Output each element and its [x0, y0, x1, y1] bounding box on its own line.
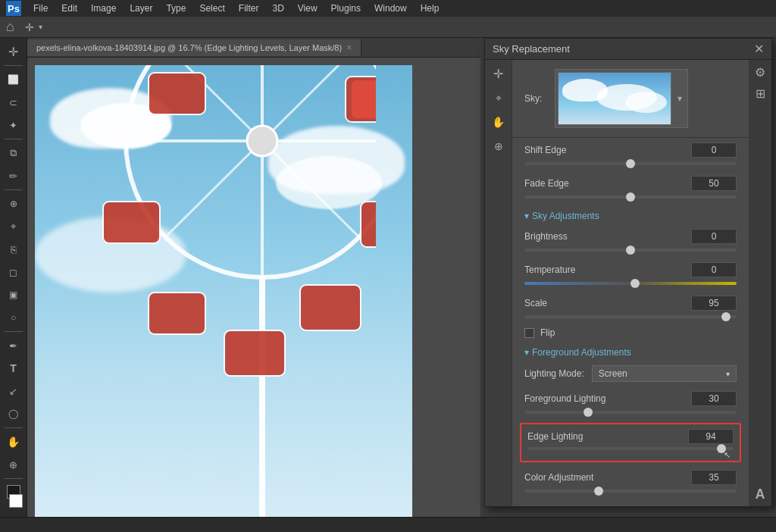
panel-bottom-icon: A [751, 485, 769, 503]
tool-gradient[interactable]: ▣ [3, 284, 24, 305]
foreground-lighting-input[interactable] [691, 391, 737, 406]
shift-edge-thumb[interactable] [626, 159, 635, 168]
color-adjustment-input[interactable] [691, 470, 737, 485]
edge-lighting-input[interactable] [688, 429, 734, 444]
fade-edge-input[interactable] [691, 176, 737, 191]
foreground-lighting-thumb[interactable] [584, 408, 593, 417]
tool-zoom[interactable]: ⊕ [3, 454, 24, 475]
tool-lasso[interactable]: ⊂ [3, 92, 24, 113]
shift-edge-input[interactable] [691, 142, 737, 158]
menu-select[interactable]: Select [193, 2, 230, 15]
menu-edit[interactable]: Edit [55, 2, 83, 15]
svg-point-5 [247, 126, 277, 156]
canvas-image [35, 65, 412, 517]
tool-eyedropper[interactable]: ✏ [3, 165, 24, 186]
brightness-thumb[interactable] [626, 246, 635, 255]
dialog-brush-icon[interactable]: ⌖ [488, 87, 509, 108]
brightness-input[interactable] [691, 229, 737, 244]
menu-3d[interactable]: 3D [266, 2, 289, 15]
brightness-label: Brightness [524, 231, 691, 242]
tool-clone[interactable]: ⎘ [3, 239, 24, 260]
dialog-scroll-area[interactable]: Shift Edge Fade Edge [512, 138, 749, 506]
foreground-adjustments-header[interactable]: ▾ Foreground Adjustments [512, 341, 749, 361]
dialog-left-icons: ✛ ⌖ ✋ ⊕ [485, 60, 512, 506]
sky-adjustments-header[interactable]: ▾ Sky Adjustments [512, 205, 749, 224]
fade-edge-row: Fade Edge [512, 171, 749, 192]
flip-checkbox[interactable] [524, 328, 534, 338]
menu-layer[interactable]: Layer [124, 2, 158, 15]
color-adjustment-slider[interactable] [524, 490, 737, 493]
dialog-move-icon[interactable]: ✛ [488, 63, 509, 84]
tool-magic-wand[interactable]: ✦ [3, 114, 24, 136]
dialog-hand-icon[interactable]: ✋ [488, 111, 509, 133]
sky-replacement-dialog: Sky Replacement ✕ ✛ ⌖ ✋ ⊕ Sky: [484, 38, 772, 507]
menu-plugins[interactable]: Plugins [325, 2, 367, 15]
fade-edge-slider[interactable] [524, 196, 737, 199]
tool-healing[interactable]: ⊕ [3, 193, 24, 214]
edge-lighting-cursor-area: ↖ [527, 450, 734, 456]
temperature-slider[interactable] [524, 282, 737, 285]
panel-scroll-icon[interactable]: ⚙ [751, 63, 769, 81]
menu-type[interactable]: Type [160, 2, 192, 15]
fade-edge-thumb[interactable] [626, 192, 635, 202]
brightness-slider[interactable] [524, 249, 737, 252]
svg-rect-11 [361, 202, 376, 247]
temperature-slider-row [512, 279, 749, 291]
scale-thumb[interactable] [721, 312, 731, 321]
foreground-title: Foreground Adjustments [532, 347, 631, 358]
color-adjustment-label: Color Adjustment [524, 472, 691, 483]
tool-separator-2 [5, 139, 23, 139]
tool-shape[interactable]: ◯ [3, 403, 24, 424]
shift-edge-slider[interactable] [524, 162, 737, 165]
scale-slider[interactable] [524, 315, 737, 318]
lighting-mode-label: Lighting Mode: [524, 368, 584, 379]
tab-close-button[interactable]: × [346, 42, 352, 53]
tool-hand[interactable]: ✋ [3, 431, 24, 452]
tool-crop[interactable]: ⧉ [3, 142, 24, 164]
svg-rect-16 [149, 293, 205, 334]
dialog-close-button[interactable]: ✕ [754, 42, 764, 56]
home-icon[interactable]: ⌂ [6, 19, 14, 35]
flip-row: Flip [512, 324, 749, 341]
sky-selector-dropdown[interactable]: ▾ [555, 69, 688, 128]
tool-brush[interactable]: ⌖ [3, 216, 24, 237]
canvas-container [27, 58, 480, 517]
dropdown-icon[interactable]: ▾ [39, 23, 42, 31]
lighting-mode-row: Lighting Mode: Screen ▾ [512, 361, 749, 386]
background-color[interactable] [9, 494, 23, 508]
temperature-thumb[interactable] [630, 279, 640, 288]
menu-filter[interactable]: Filter [233, 2, 265, 15]
color-adjustment-thumb[interactable] [594, 487, 603, 496]
brightness-row: Brightness [512, 224, 749, 246]
tool-marquee[interactable]: ⬜ [3, 69, 24, 90]
dialog-header[interactable]: Sky Replacement ✕ [485, 39, 771, 60]
color-swatches [5, 485, 23, 508]
scale-row: Scale [512, 291, 749, 312]
tool-move[interactable]: ✛ [3, 41, 24, 62]
dialog-content: Sky: ▾ [512, 60, 749, 506]
menu-file[interactable]: File [27, 2, 54, 15]
sky-field-label: Sky: [524, 93, 547, 104]
menu-help[interactable]: Help [415, 2, 446, 15]
panel-type-icon[interactable]: A [751, 485, 769, 503]
tool-dodge[interactable]: ○ [3, 307, 24, 328]
foreground-lighting-slider[interactable] [524, 411, 737, 414]
sky-adjustments-chevron: ▾ [524, 211, 529, 221]
menu-view[interactable]: View [292, 2, 324, 15]
dialog-zoom-icon[interactable]: ⊕ [488, 136, 509, 157]
document-tab[interactable]: pexels-elina-volkova-18403914.jpg @ 16.7… [27, 39, 361, 56]
shift-edge-label: Shift Edge [524, 145, 691, 155]
scale-input[interactable] [691, 296, 737, 311]
temperature-input[interactable] [691, 262, 737, 277]
tool-eraser[interactable]: ◻ [3, 261, 24, 283]
tool-pen[interactable]: ✒ [3, 335, 24, 356]
tool-path-select[interactable]: ↙ [3, 380, 24, 402]
lighting-mode-dropdown[interactable]: Screen ▾ [592, 365, 737, 382]
svg-rect-13 [224, 330, 285, 376]
shift-edge-row: Shift Edge [512, 138, 749, 159]
foreground-lighting-row: Foreground Lighting [512, 386, 749, 408]
menu-window[interactable]: Window [368, 2, 413, 15]
tool-type[interactable]: T [3, 358, 24, 379]
menu-image[interactable]: Image [85, 2, 122, 15]
panel-extra-icon[interactable]: ⊞ [751, 84, 769, 102]
